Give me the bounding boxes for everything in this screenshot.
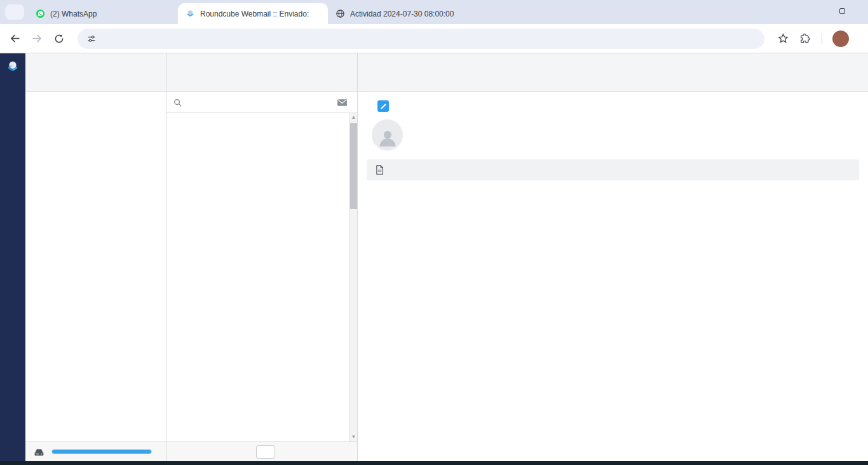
edit-as-new-icon[interactable] xyxy=(377,100,389,112)
search-bar xyxy=(166,92,357,113)
scroll-up-icon[interactable]: ▲ xyxy=(349,113,357,122)
back-button[interactable] xyxy=(9,32,21,44)
page-number-input[interactable] xyxy=(256,445,275,459)
bookmark-star-icon[interactable] xyxy=(777,32,789,44)
disk-icon xyxy=(33,446,45,458)
pdf-file-icon xyxy=(374,165,385,175)
new-tab-button[interactable] xyxy=(482,4,498,21)
window-controls xyxy=(823,0,862,22)
folders-column xyxy=(25,53,166,461)
scrollbar-thumb[interactable] xyxy=(350,123,357,209)
search-input[interactable] xyxy=(187,98,332,107)
extensions-icon[interactable] xyxy=(799,32,811,44)
profile-avatar[interactable] xyxy=(832,30,849,47)
tab-favicon xyxy=(186,9,195,18)
roundcube-logo[interactable] xyxy=(0,53,25,80)
sender-avatar xyxy=(372,119,403,151)
person-icon xyxy=(377,127,398,149)
divider xyxy=(822,33,822,44)
browser-url-bar xyxy=(0,24,868,53)
search-scope-button[interactable] xyxy=(337,97,351,108)
tab-close-icon[interactable] xyxy=(466,13,471,15)
screen-bottom-edge xyxy=(0,461,868,465)
attachment-bar[interactable] xyxy=(367,159,859,180)
tab-title: (2) WhatsApp xyxy=(50,10,161,18)
account-header xyxy=(25,53,166,92)
tab-roundcube[interactable]: Roundcube Webmail :: Enviado: xyxy=(178,3,328,24)
quota-fill xyxy=(52,450,151,454)
quota-bar xyxy=(51,449,152,454)
tab-favicon xyxy=(36,9,45,18)
address-bar[interactable] xyxy=(78,29,764,49)
reload-button[interactable] xyxy=(53,33,65,44)
rail-icon xyxy=(6,60,19,73)
tab-title: Roundcube Webmail :: Enviado: xyxy=(200,10,311,18)
tab-search-button[interactable] xyxy=(5,4,24,20)
message-toolbar xyxy=(358,53,868,92)
tab-title: Actividad 2024-07-30 08:00:00 xyxy=(350,10,461,18)
pencil-icon xyxy=(380,103,387,110)
app-rail xyxy=(0,53,25,461)
roundcube-app: ▲ ▼ xyxy=(0,53,868,461)
scroll-down-icon[interactable]: ▼ xyxy=(349,433,357,441)
site-settings-icon[interactable] xyxy=(86,34,97,44)
tab-whatsapp[interactable]: (2) WhatsApp xyxy=(28,3,178,24)
search-icon xyxy=(173,98,182,107)
forward-button[interactable] xyxy=(31,32,43,44)
message-body xyxy=(358,180,868,194)
pagination-bar xyxy=(166,441,357,461)
message-view-column xyxy=(358,53,868,461)
message-header xyxy=(358,92,868,154)
tab-close-icon[interactable] xyxy=(316,13,322,15)
quota-footer xyxy=(25,441,166,461)
tab-favicon xyxy=(336,9,345,18)
tab-actividad[interactable]: Actividad 2024-07-30 08:00:00 xyxy=(328,3,478,24)
tab-close-icon[interactable] xyxy=(166,13,172,15)
messages-list: ▲ ▼ xyxy=(166,113,357,441)
list-scrollbar[interactable]: ▲ ▼ xyxy=(349,113,357,441)
message-list-column: ▲ ▼ xyxy=(166,53,358,461)
restore-icon xyxy=(839,8,845,14)
restore-button[interactable] xyxy=(839,7,845,15)
envelope-icon xyxy=(337,97,348,108)
browser-tab-strip: (2) WhatsApp Roundcube Webmail :: Enviad… xyxy=(0,0,868,24)
list-toolbar xyxy=(166,53,357,92)
